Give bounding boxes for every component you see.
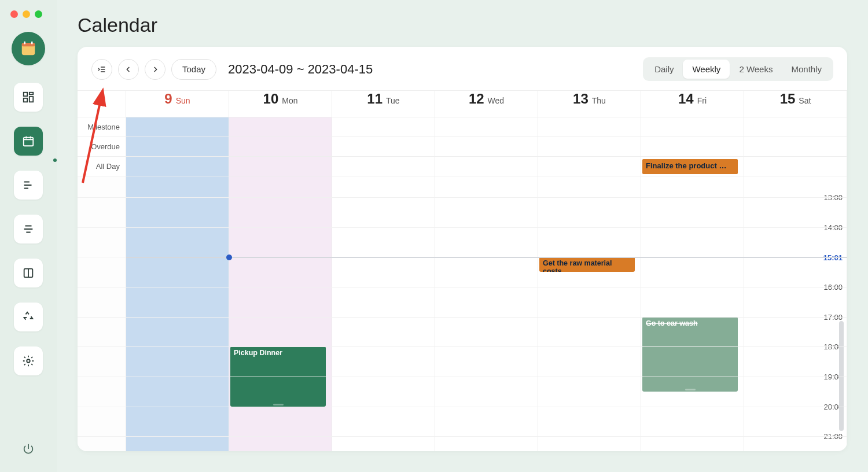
- svg-rect-6: [30, 97, 33, 102]
- date-range-label: 2023-04-09 ~ 2023-04-15: [228, 62, 373, 77]
- sidebar-item-calendar[interactable]: [14, 127, 43, 156]
- page-title: Calendar: [78, 14, 847, 36]
- calendar-toolbar: Today 2023-04-09 ~ 2023-04-15 Daily Week…: [78, 47, 847, 90]
- sidebar: [0, 0, 57, 472]
- power-button[interactable]: [17, 437, 40, 460]
- row-allday: All Day Finalize the product …: [78, 157, 847, 176]
- svg-rect-1: [22, 43, 35, 46]
- gantt-left-icon: [22, 179, 35, 191]
- day-header-fri[interactable]: 14Fri: [641, 91, 744, 117]
- window-controls: [0, 10, 42, 18]
- calendar-icon: [22, 135, 35, 148]
- day-col-fri[interactable]: Go to car wash: [641, 176, 744, 451]
- sidebar-active-indicator: [53, 158, 57, 162]
- view-weekly[interactable]: Weekly: [683, 60, 730, 79]
- day-col-sat[interactable]: [744, 176, 847, 451]
- today-button[interactable]: Today: [171, 59, 216, 80]
- day-header-sat[interactable]: 15Sat: [744, 91, 847, 117]
- event-1[interactable]: Get the raw material costs…: [539, 257, 635, 272]
- day-header-row: 9Sun 10Mon 11Tue 12Wed 13Thu 14Fri 15Sat: [78, 91, 847, 117]
- gantt-center-icon: [22, 223, 35, 235]
- svg-rect-3: [31, 42, 33, 45]
- recycle-icon: [22, 311, 35, 323]
- minimize-window-button[interactable]: [23, 10, 30, 18]
- now-dot: [226, 255, 232, 260]
- svg-rect-4: [24, 93, 27, 96]
- event-2[interactable]: Go to car wash: [642, 317, 738, 392]
- day-col-sun[interactable]: [126, 176, 229, 451]
- day-header-thu[interactable]: 13Thu: [538, 91, 641, 117]
- sidebar-item-gantt-left[interactable]: [14, 171, 43, 200]
- view-2weeks[interactable]: 2 Weeks: [730, 60, 782, 79]
- panels-icon: [22, 267, 35, 279]
- svg-rect-5: [30, 93, 33, 95]
- gear-icon: [22, 355, 35, 367]
- row-milestone: Milestone: [78, 117, 847, 137]
- sidebar-item-panels[interactable]: [14, 259, 43, 287]
- view-daily[interactable]: Daily: [645, 60, 683, 79]
- dashboard-icon: [22, 91, 35, 104]
- calendar-card: Today 2023-04-09 ~ 2023-04-15 Daily Week…: [78, 47, 847, 451]
- close-window-button[interactable]: [10, 10, 18, 18]
- day-header-wed[interactable]: 12Wed: [435, 91, 538, 117]
- day-header-tue[interactable]: 11Tue: [332, 91, 435, 117]
- row-overdue: Overdue: [78, 137, 847, 157]
- list-indent-icon: [97, 65, 106, 74]
- day-col-wed[interactable]: [435, 176, 538, 451]
- chevron-right-icon: [150, 65, 160, 74]
- toggle-sidebar-button[interactable]: [91, 59, 112, 80]
- day-header-mon[interactable]: 10Mon: [229, 91, 332, 117]
- app-brand-icon[interactable]: [12, 32, 45, 65]
- sidebar-item-settings[interactable]: [14, 346, 43, 375]
- day-col-mon[interactable]: Pickup Dinner: [229, 176, 332, 451]
- now-line: [126, 257, 847, 258]
- day-header-sun[interactable]: 9Sun: [126, 91, 229, 117]
- allday-cell-fri: Finalize the product …: [641, 157, 744, 176]
- zoom-window-button[interactable]: [35, 10, 42, 18]
- svg-point-10: [27, 359, 30, 363]
- sidebar-item-recycle[interactable]: [14, 303, 43, 331]
- day-col-thu[interactable]: Get the raw material costs…: [538, 176, 641, 451]
- svg-rect-7: [24, 98, 27, 102]
- calendar-brand-icon: [20, 40, 37, 57]
- chevron-left-icon: [124, 65, 133, 74]
- sidebar-item-gantt-center[interactable]: [14, 215, 43, 244]
- day-col-tue[interactable]: [332, 176, 435, 451]
- view-switch: Daily Weekly 2 Weeks Monthly: [643, 57, 833, 81]
- svg-rect-2: [24, 42, 26, 45]
- svg-rect-8: [24, 138, 34, 146]
- prev-week-button[interactable]: [118, 59, 139, 80]
- next-week-button[interactable]: [145, 59, 165, 80]
- view-monthly[interactable]: Monthly: [782, 60, 831, 79]
- sidebar-item-dashboard[interactable]: [14, 83, 43, 112]
- event-allday-finalize[interactable]: Finalize the product …: [642, 159, 738, 174]
- power-icon: [22, 443, 35, 455]
